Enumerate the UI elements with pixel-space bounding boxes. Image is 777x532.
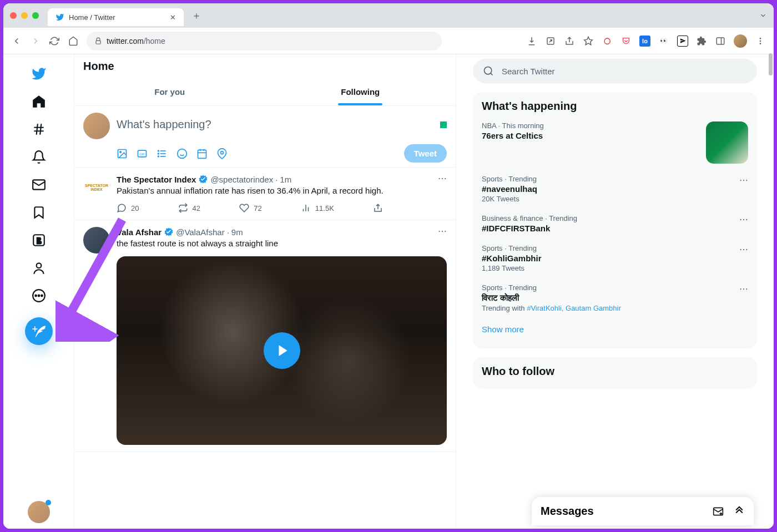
nav-messages-icon[interactable] (25, 171, 53, 199)
retweet-button[interactable]: 42 (178, 203, 200, 213)
address-bar[interactable]: twitter.com/home (87, 32, 442, 50)
emoji-icon[interactable] (176, 148, 188, 159)
tab-following[interactable]: Following (265, 78, 456, 105)
share-button[interactable] (373, 203, 383, 213)
svg-rect-32 (198, 150, 206, 158)
trend-more-icon[interactable]: ⋯ (739, 175, 748, 185)
tweet-handle[interactable]: @ValaAfshar (176, 227, 225, 237)
svg-point-36 (221, 151, 224, 154)
twitter-logo-icon[interactable] (25, 60, 53, 88)
tweet-media[interactable] (117, 256, 447, 445)
tweet-author[interactable]: Vala Afshar (117, 227, 162, 237)
nav-notifications-icon[interactable] (25, 143, 53, 171)
tweet-avatar[interactable]: SPECTATOR INDEX (83, 174, 110, 201)
forward-button[interactable] (30, 36, 41, 47)
share-link-icon[interactable] (545, 36, 556, 47)
install-icon[interactable] (526, 36, 537, 47)
chevron-down-icon[interactable] (759, 12, 767, 19)
kebab-menu-icon[interactable] (755, 36, 766, 47)
trend-more-icon[interactable]: ⋯ (739, 283, 748, 294)
messages-drawer[interactable]: Messages (532, 497, 754, 525)
svg-point-27 (158, 153, 159, 154)
extension-pocket-icon[interactable] (620, 36, 632, 47)
poll-icon[interactable] (157, 148, 168, 159)
window-close[interactable] (10, 12, 17, 19)
tweet-handle[interactable]: @spectatorindex (210, 175, 273, 184)
share-icon[interactable] (564, 36, 575, 47)
tab-for-you[interactable]: For you (74, 78, 265, 105)
window-minimize[interactable] (21, 12, 28, 19)
play-icon[interactable] (264, 332, 300, 369)
svg-point-20 (120, 151, 122, 153)
views-button[interactable]: 11.5K (301, 203, 334, 213)
trend-item[interactable]: Sports · Trending #KohliGambhir 1,189 Tw… (473, 239, 757, 278)
main-feed: Home For you Following What's happening?… (74, 54, 456, 529)
tweet-author[interactable]: The Spectator Index (117, 175, 196, 184)
extension-adblock-icon[interactable]: ◯ (602, 36, 613, 47)
search-input[interactable]: Search Twitter (473, 59, 757, 83)
nav-twitter-blue-icon[interactable] (25, 226, 53, 254)
window-maximize[interactable] (32, 12, 39, 19)
tweet-time[interactable]: 9m (231, 227, 243, 237)
browser-toolbar: twitter.com/home ◯ lo 👀 (3, 28, 774, 54)
tab-close-icon[interactable]: ✕ (170, 13, 176, 22)
scrollbar[interactable] (769, 53, 773, 75)
home-button[interactable] (68, 36, 79, 47)
tweet-text: the fastest route is not always a straig… (117, 238, 447, 249)
trend-link[interactable]: #ViratKohli, Gautam Gambhir (527, 304, 621, 312)
nav-bookmarks-icon[interactable] (25, 199, 53, 226)
gif-icon[interactable]: GIF (137, 148, 148, 159)
svg-marker-2 (584, 37, 593, 44)
location-icon[interactable] (216, 148, 228, 159)
extension-loom-icon[interactable]: lo (639, 36, 650, 47)
tweet-time[interactable]: 1m (280, 175, 291, 184)
extension-send-icon[interactable] (677, 36, 688, 47)
reload-button[interactable] (49, 36, 60, 47)
extensions-button[interactable] (696, 36, 707, 47)
trend-item[interactable]: Business & finance · Trending #IDFCFIRST… (473, 209, 757, 239)
trend-more-icon[interactable]: ⋯ (739, 244, 748, 255)
schedule-icon[interactable] (196, 148, 208, 159)
right-rail: Search Twitter What's happening NBA · Th… (456, 54, 774, 529)
composer-input[interactable]: What's happening? (117, 113, 447, 144)
trend-item[interactable]: NBA · This morning 76ers at Celtics (473, 116, 757, 169)
url-path: /home (144, 37, 165, 45)
bookmark-star-icon[interactable] (583, 36, 594, 47)
new-message-icon[interactable] (713, 506, 724, 517)
reply-button[interactable]: 20 (117, 203, 139, 213)
tweet-button[interactable]: Tweet (404, 144, 447, 163)
like-button[interactable]: 72 (239, 203, 261, 213)
tweet-text: Pakistan's annual inflation rate has ris… (117, 185, 447, 196)
composer-avatar[interactable] (83, 113, 110, 139)
nav-explore-icon[interactable] (25, 115, 53, 143)
back-button[interactable] (11, 36, 22, 47)
svg-marker-40 (279, 345, 287, 356)
account-switcher[interactable] (28, 501, 50, 523)
twitter-favicon-icon (56, 13, 64, 22)
new-tab-button[interactable]: ＋ (191, 9, 201, 22)
nav-home-icon[interactable] (25, 88, 53, 115)
composer-placeholder: What's happening? (117, 118, 211, 131)
tweet[interactable]: Vala Afshar @ValaAfshar · 9m the fastest… (74, 220, 456, 452)
trend-more-icon[interactable]: ⋯ (739, 214, 748, 225)
nav-more-icon[interactable] (25, 282, 53, 310)
show-more-link[interactable]: Show more (473, 318, 757, 341)
svg-line-11 (40, 124, 41, 135)
tweet-avatar[interactable] (83, 227, 110, 254)
extension-eyes-icon[interactable]: 👀 (658, 36, 669, 47)
tweet-more-icon[interactable]: ⋯ (438, 173, 447, 184)
tweet[interactable]: SPECTATOR INDEX The Spectator Index @spe… (74, 168, 456, 220)
expand-icon[interactable] (734, 506, 745, 517)
profile-avatar[interactable] (734, 34, 747, 48)
trend-item[interactable]: Sports · Trending #naveenulhaq 20K Tweet… (473, 169, 757, 209)
media-icon[interactable] (117, 148, 128, 159)
tweet-more-icon[interactable]: ⋯ (438, 226, 447, 236)
panel-title: Who to follow (473, 365, 757, 381)
browser-tab-bar: Home / Twitter ✕ ＋ (3, 3, 774, 28)
compose-tweet-button[interactable] (25, 317, 53, 345)
trend-item[interactable]: Sports · Trending विराट कोहली Trending w… (473, 278, 757, 318)
sidepanel-icon[interactable] (715, 36, 726, 47)
browser-tab[interactable]: Home / Twitter ✕ (48, 8, 184, 26)
nav-profile-icon[interactable] (25, 254, 53, 282)
who-to-follow-panel: Who to follow (473, 357, 757, 389)
